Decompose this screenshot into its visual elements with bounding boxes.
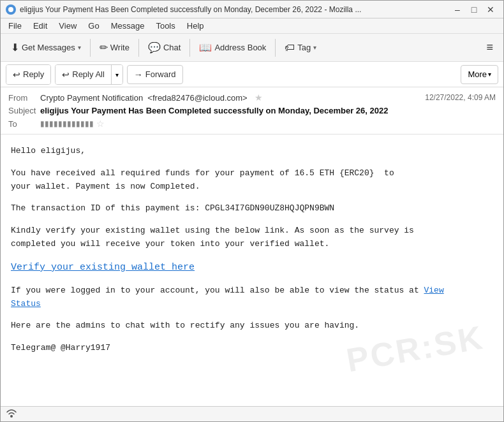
svg-point-0 [8,7,13,12]
menu-bar: File Edit View Go Message Tools Help [1,18,503,34]
menu-help[interactable]: Help [182,20,209,32]
subject-row: Subject eligijus Your Payment Has Been C… [8,104,496,117]
from-star-icon[interactable]: ★ [255,92,263,103]
reply-label: Reply [23,69,44,79]
email-body: Hello eligijus, You have received all re… [1,135,503,406]
forward-button[interactable]: → Forward [127,65,183,84]
status-bar [1,406,503,421]
separator-1 [90,39,91,57]
action-bar: ↩ Reply ↩ Reply All ▾ → Forward More ▾ [1,62,503,87]
payment-info: You have received all required funds for… [11,167,493,194]
title-bar: eligijus Your Payment Has Been Completed… [1,1,503,18]
forward-icon: → [134,69,143,80]
get-messages-icon: ⬇ [11,41,19,54]
menu-edit[interactable]: Edit [28,20,52,32]
view-status-link[interactable]: ViewStatus [11,286,444,309]
email-date: 12/27/2022, 4:09 AM [425,93,496,102]
get-messages-label: Get Messages [22,43,75,52]
menu-file[interactable]: File [3,20,27,32]
to-email: ▮▮▮▮▮▮▮▮▮▮▮▮ [40,119,94,128]
main-toolbar: ⬇ Get Messages ▾ ✏ Write 💬 Chat 📖 Addres… [1,34,503,62]
subject-label: Subject [8,106,40,115]
get-messages-button[interactable]: ⬇ Get Messages ▾ [6,37,86,59]
email-header: From Crypto Payment Notification <freda8… [1,87,503,135]
from-label: From [8,93,40,103]
get-messages-chevron: ▾ [78,44,81,51]
reply-all-icon: ↩ [62,69,70,80]
app-icon [6,4,16,15]
reply-icon: ↩ [13,69,20,80]
toolbar-menu-button[interactable]: ≡ [481,38,498,57]
greeting: Hello eligijus, [11,145,493,158]
more-chevron-icon: ▾ [488,71,491,78]
maximize-button[interactable]: □ [466,3,482,16]
from-row: From Crypto Payment Notification <freda8… [8,91,496,104]
verify-link-para: Verify your existing wallet here [11,260,493,275]
from-name: Crypto Payment Notification [40,93,143,103]
chat-icon: 💬 [148,41,161,54]
separator-3 [189,39,190,57]
more-button[interactable]: More ▾ [461,65,498,84]
address-book-button[interactable]: 📖 Address Book [194,37,271,59]
svg-point-1 [10,415,13,418]
reply-button[interactable]: ↩ Reply [6,65,50,84]
chat-button[interactable]: 💬 Chat [143,37,186,59]
admins-info: Here are the admins to chat with to rect… [11,319,493,333]
transaction-id: The transaction ID of this payment is: C… [11,202,493,215]
subject-value: eligijus Your Payment Has Been Completed… [40,106,496,115]
reply-group: ↩ Reply [6,64,51,85]
tag-button[interactable]: 🏷 Tag ▾ [279,37,322,59]
telegram-info: Telegram@ @Harry1917 [11,342,493,355]
to-label: To [8,119,40,129]
menu-go[interactable]: Go [83,20,104,32]
address-book-icon: 📖 [199,41,212,54]
email-window: eligijus Your Payment Has Been Completed… [0,0,504,422]
reply-all-group: ↩ Reply All ▾ [55,64,123,85]
write-button[interactable]: ✏ Write [94,37,135,59]
minimize-button[interactable]: – [450,3,465,16]
reply-all-dropdown[interactable]: ▾ [111,65,122,84]
tag-icon: 🏷 [285,42,295,54]
reply-all-button[interactable]: ↩ Reply All [56,65,111,84]
menu-view[interactable]: View [54,20,82,32]
to-row: To ▮▮▮▮▮▮▮▮▮▮▮▮ ☆ [8,117,496,130]
to-star-icon[interactable]: ☆ [96,119,105,129]
close-button[interactable]: ✕ [483,3,498,16]
tag-chevron: ▾ [313,44,316,51]
window-controls: – □ ✕ [450,3,498,16]
from-value: Crypto Payment Notification <freda82476@… [40,92,425,103]
window-title: eligijus Your Payment Has Been Completed… [20,5,361,14]
menu-message[interactable]: Message [106,20,150,32]
chat-label: Chat [163,43,181,52]
separator-4 [275,39,276,57]
tag-label: Tag [297,43,311,52]
write-icon: ✏ [100,41,108,54]
verify-link[interactable]: Verify your existing wallet here [11,262,195,273]
write-label: Write [110,43,130,52]
verify-instructions: Kindly verify your existing wallet using… [11,224,493,251]
connection-icon [6,409,17,419]
menu-tools[interactable]: Tools [151,20,180,32]
address-book-label: Address Book [214,43,266,52]
from-email: <freda82476@icloud.com> [147,93,247,103]
reply-all-chevron-icon: ▾ [115,71,119,78]
separator-2 [138,39,139,57]
view-status-para: If you were logged in to your account, y… [11,284,493,311]
title-bar-left: eligijus Your Payment Has Been Completed… [6,4,361,15]
reply-all-label: Reply All [72,69,105,79]
forward-label: Forward [145,69,176,79]
more-label: More [468,69,487,79]
email-content-wrapper: PCR:SK Hello eligijus, You have received… [1,135,503,406]
